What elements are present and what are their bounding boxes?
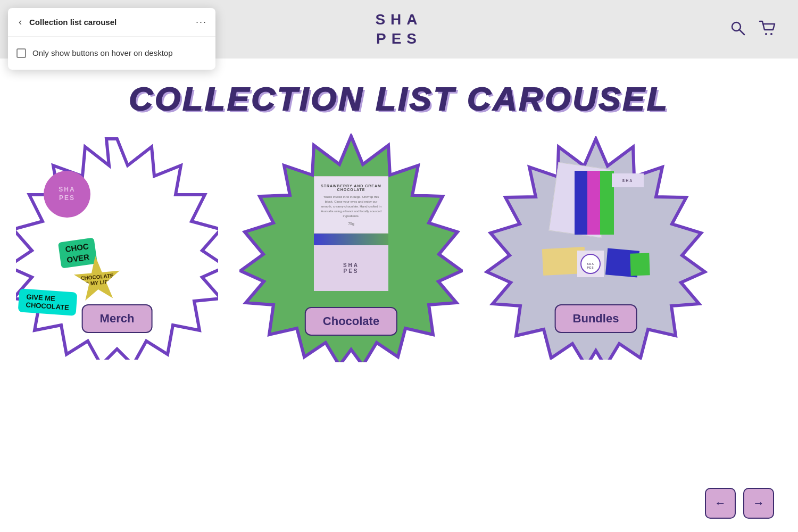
choc-box-bottom: SHAPES — [314, 245, 388, 291]
cart-icon[interactable] — [759, 20, 777, 38]
choc-box-band — [314, 234, 388, 245]
hover-buttons-label: Only show buttons on hover on desktop — [32, 47, 173, 59]
bundles-pile: SHAPES SHA SHAPES — [537, 165, 654, 298]
bundle-box-pink — [587, 171, 601, 235]
choc-box-top: STRAWBERRY AND CREAM CHOCOLATE You're in… — [314, 176, 388, 234]
chocolate-card: STRAWBERRY AND CREAM CHOCOLATE You're in… — [239, 134, 463, 362]
panel-more-button[interactable]: ··· — [196, 16, 207, 28]
svg-point-2 — [765, 33, 767, 35]
carousel: SHAPES CHOCOVER GIVE MECHOCOLATE CHOCOLA… — [0, 128, 798, 368]
panel: ‹ Collection list carousel ··· Only show… — [8, 8, 215, 70]
svg-line-1 — [739, 30, 744, 35]
brand-line2: PES — [375, 29, 422, 48]
prev-button[interactable]: ← — [705, 488, 736, 519]
bundles-button[interactable]: Bundles — [555, 304, 637, 333]
panel-content: Only show buttons on hover on desktop — [8, 37, 215, 70]
svg-text:SHAPES: SHAPES — [587, 262, 594, 269]
panel-back-button[interactable]: ‹ — [16, 15, 24, 29]
svg-point-3 — [770, 33, 772, 35]
bundle-box-blue — [575, 171, 588, 235]
brand-logo: SHA PES — [375, 10, 422, 49]
header-icons — [730, 20, 777, 38]
hover-buttons-checkbox[interactable] — [16, 48, 26, 58]
panel-header: ‹ Collection list carousel ··· — [8, 8, 215, 37]
panel-title: Collection list carousel — [29, 18, 117, 27]
brand-line1: SHA — [375, 10, 422, 29]
chocolate-box: STRAWBERRY AND CREAM CHOCOLATE You're in… — [314, 176, 388, 291]
search-icon[interactable] — [730, 20, 746, 38]
choc-over-sticker: CHOCOVER — [58, 237, 97, 268]
checkbox-row: Only show buttons on hover on desktop — [16, 47, 207, 59]
bundles-card: SHAPES SHA SHAPES Bundles — [484, 136, 708, 360]
bundle-sha-label: SHA — [612, 173, 644, 187]
bundle-green-box2 — [630, 253, 650, 276]
chocolate-button[interactable]: Chocolate — [305, 307, 397, 336]
next-button[interactable]: → — [743, 488, 774, 519]
main-content: COLLECTION LIST CAROUSEL SHAPES CHOCOVER… — [0, 59, 798, 532]
give-me-chocolate-sticker: GIVE MECHOCOLATE — [18, 288, 78, 316]
merch-card: SHAPES CHOCOVER GIVE MECHOCOLATE CHOCOLA… — [16, 136, 218, 360]
bundle-sha-circle: SHAPES — [577, 251, 604, 277]
carousel-nav: ← → — [705, 488, 774, 519]
panel-header-left: ‹ Collection list carousel — [16, 15, 117, 29]
merch-button[interactable]: Merch — [82, 304, 153, 333]
shapes-circle-sticker: SHAPES — [44, 171, 90, 218]
